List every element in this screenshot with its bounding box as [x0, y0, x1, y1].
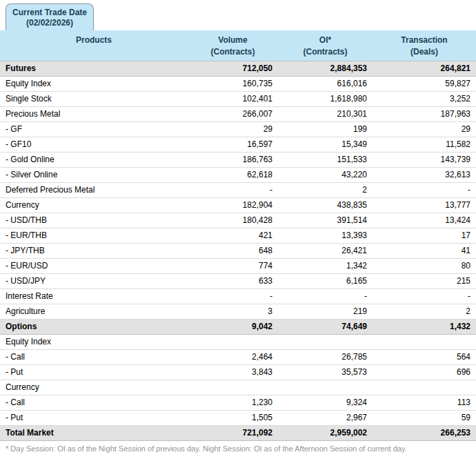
transaction-cell: 11,582: [373, 137, 476, 152]
volume-cell: 266,007: [188, 106, 278, 121]
table-row: Equity Index: [0, 334, 476, 349]
oi-cell: 2: [278, 182, 373, 197]
table-row: - Gold Online 186,763 151,533 143,739: [0, 152, 476, 167]
transaction-cell: 564: [373, 349, 476, 364]
volume-cell: 62,618: [188, 167, 278, 182]
market-summary-table: Products Volume (Contracts) OI* (Contrac…: [0, 30, 476, 441]
volume-cell: [188, 334, 278, 349]
tab-current-trade-date[interactable]: Current Trade Date (02/02/2026): [6, 3, 94, 30]
transaction-cell: -: [373, 182, 476, 197]
oi-cell: 1,618,980: [278, 91, 373, 106]
oi-cell: -: [278, 288, 373, 304]
oi-cell: 74,649: [278, 319, 373, 334]
product-cell: - Put: [0, 410, 188, 425]
volume-cell: [188, 380, 278, 395]
transaction-cell: 59,827: [373, 76, 476, 91]
product-cell: - Call: [0, 349, 188, 364]
product-cell: - GF10: [0, 137, 188, 152]
volume-cell: -: [188, 288, 278, 304]
volume-cell: -: [188, 182, 278, 197]
oi-cell: 13,393: [278, 228, 373, 243]
table-row: Single Stock 102,401 1,618,980 3,252: [0, 91, 476, 106]
volume-cell: 16,597: [188, 137, 278, 152]
table-row: Currency: [0, 380, 476, 395]
table-row: Precious Metal 266,007 210,301 187,963: [0, 106, 476, 121]
table-row: - Put 1,505 2,967 59: [0, 410, 476, 425]
oi-cell: 35,573: [278, 364, 373, 380]
product-cell: Deferred Precious Metal: [0, 182, 188, 197]
table-row: Agriculture 3 219 2: [0, 304, 476, 319]
table-row: - Call 2,464 26,785 564: [0, 349, 476, 364]
oi-cell: [278, 334, 373, 349]
transaction-cell: 2: [373, 304, 476, 319]
volume-cell: 186,763: [188, 152, 278, 167]
table-row: - GF 29 199 29: [0, 121, 476, 137]
oi-cell: [278, 380, 373, 395]
oi-cell: 9,324: [278, 395, 373, 410]
product-cell: Single Stock: [0, 91, 188, 106]
oi-cell: 391,514: [278, 213, 373, 228]
volume-cell: 9,042: [188, 319, 278, 334]
product-cell: Futures: [0, 61, 188, 76]
transaction-cell: [373, 380, 476, 395]
oi-cell: 616,016: [278, 76, 373, 91]
oi-cell: 151,533: [278, 152, 373, 167]
volume-cell: 3: [188, 304, 278, 319]
volume-cell: 1,230: [188, 395, 278, 410]
table-row: Currency 182,904 438,835 13,777: [0, 197, 476, 213]
oi-footnote: * Day Session: OI as of the Night Sessio…: [0, 441, 476, 453]
column-header-products-label: Products: [0, 35, 188, 46]
product-cell: Equity Index: [0, 76, 188, 91]
oi-cell: 26,421: [278, 243, 373, 258]
product-cell: - Put: [0, 364, 188, 380]
oi-cell: 219: [278, 304, 373, 319]
volume-cell: 3,843: [188, 364, 278, 380]
volume-cell: 29: [188, 121, 278, 137]
transaction-cell: 113: [373, 395, 476, 410]
product-cell: Precious Metal: [0, 106, 188, 121]
transaction-cell: [373, 334, 476, 349]
oi-cell: 438,835: [278, 197, 373, 213]
product-cell: Total Market: [0, 425, 188, 440]
column-header-oi-sub: (Contracts): [278, 46, 373, 58]
volume-cell: 774: [188, 258, 278, 273]
table-row: - EUR/USD 774 1,342 80: [0, 258, 476, 273]
oi-cell: 2,959,002: [278, 425, 373, 440]
table-row: - GF10 16,597 15,349 11,582: [0, 137, 476, 152]
table-row: - USD/JPY 633 6,165 215: [0, 273, 476, 288]
column-header-transaction-label: Transaction: [373, 35, 476, 46]
table-row: Futures 712,050 2,884,353 264,821: [0, 61, 476, 76]
table-row: - EUR/THB 421 13,393 17: [0, 228, 476, 243]
transaction-cell: 1,432: [373, 319, 476, 334]
product-cell: Currency: [0, 380, 188, 395]
table-header-row: Products Volume (Contracts) OI* (Contrac…: [0, 30, 476, 61]
transaction-cell: -: [373, 288, 476, 304]
volume-cell: 180,428: [188, 213, 278, 228]
column-header-transaction: Transaction (Deals): [373, 30, 476, 61]
product-cell: - EUR/USD: [0, 258, 188, 273]
volume-cell: 182,904: [188, 197, 278, 213]
table-row: - Put 3,843 35,573 696: [0, 364, 476, 380]
transaction-cell: 264,821: [373, 61, 476, 76]
column-header-products: Products: [0, 30, 188, 61]
table-row: Interest Rate - - -: [0, 288, 476, 304]
oi-cell: 210,301: [278, 106, 373, 121]
product-cell: - USD/JPY: [0, 273, 188, 288]
product-cell: Currency: [0, 197, 188, 213]
product-cell: - GF: [0, 121, 188, 137]
volume-cell: 633: [188, 273, 278, 288]
transaction-cell: 80: [373, 258, 476, 273]
oi-cell: 26,785: [278, 349, 373, 364]
product-cell: - USD/THB: [0, 213, 188, 228]
transaction-cell: 187,963: [373, 106, 476, 121]
transaction-cell: 41: [373, 243, 476, 258]
oi-cell: 15,349: [278, 137, 373, 152]
column-header-volume-label: Volume: [188, 35, 278, 46]
transaction-cell: 696: [373, 364, 476, 380]
tab-label-line1: Current Trade Date: [6, 8, 93, 18]
product-cell: Interest Rate: [0, 288, 188, 304]
table-row: - Call 1,230 9,324 113: [0, 395, 476, 410]
market-summary-page: Current Trade Date (02/02/2026) Products…: [0, 0, 476, 453]
volume-cell: 421: [188, 228, 278, 243]
volume-cell: 2,464: [188, 349, 278, 364]
